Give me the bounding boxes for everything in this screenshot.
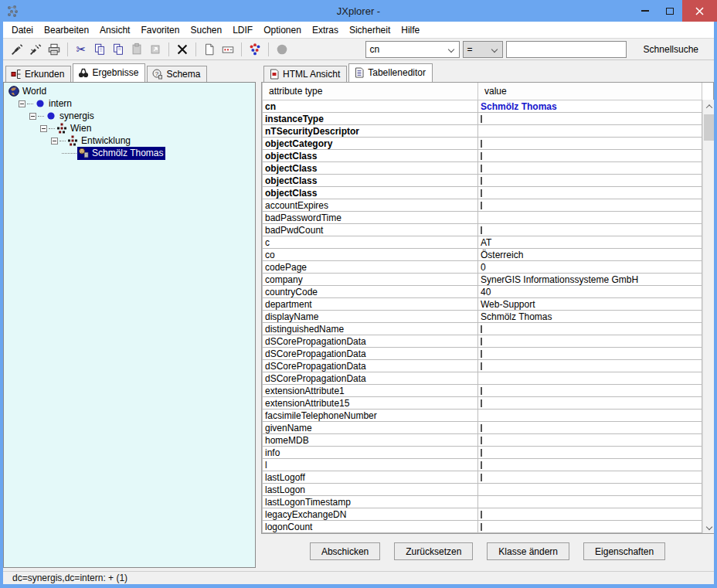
quick-search-button[interactable]: Schnellsuche <box>639 42 703 57</box>
scroll-down-icon[interactable] <box>703 520 714 533</box>
menu-item-bearbeiten[interactable]: Bearbeiten <box>39 23 94 37</box>
connect-icon[interactable] <box>8 41 26 58</box>
attribute-value-cell[interactable] <box>478 199 702 212</box>
attribute-value-cell[interactable]: AT <box>478 236 702 249</box>
menu-item-ldif[interactable]: LDIF <box>227 23 258 37</box>
menu-item-optionen[interactable]: Optionen <box>258 23 307 37</box>
attribute-value-cell[interactable] <box>478 138 702 150</box>
tree-node[interactable]: Schmölz Thomas <box>4 147 255 159</box>
quick-search-input[interactable] <box>506 41 627 58</box>
attribute-value-cell[interactable] <box>478 125 702 138</box>
change-class-button[interactable]: Klasse ändern <box>487 542 569 560</box>
tab-html-ansicht[interactable]: HTML Ansicht <box>263 66 347 82</box>
minimize-button[interactable] <box>633 0 658 22</box>
menu-item-datei[interactable]: Datei <box>6 23 39 37</box>
attribute-value-cell[interactable] <box>478 496 702 508</box>
attribute-value-cell[interactable]: Österreich <box>478 249 702 261</box>
attribute-value-cell[interactable] <box>478 385 702 397</box>
menu-item-sicherheit[interactable]: Sicherheit <box>344 23 396 37</box>
attribute-value-cell[interactable] <box>478 348 702 360</box>
tab-schema[interactable]: ? Schema <box>147 66 207 82</box>
paste-icon[interactable] <box>127 41 146 58</box>
attribute-row: objectClass <box>263 187 702 199</box>
attribute-value-cell[interactable] <box>478 434 702 447</box>
attribute-value-cell[interactable] <box>478 521 702 533</box>
column-header-attribute-type[interactable]: attribute type <box>263 83 478 100</box>
attribute-row: codePage0 <box>263 261 702 274</box>
tree-node[interactable]: intern <box>4 97 255 110</box>
tab-erkunden[interactable]: Erkunden <box>5 66 71 82</box>
attribute-value-cell[interactable] <box>478 447 702 459</box>
tree-expander-icon[interactable] <box>51 138 58 144</box>
maximize-button[interactable] <box>658 0 682 22</box>
attribute-value-cell[interactable] <box>478 372 702 385</box>
tree-node[interactable]: synergis <box>4 110 255 122</box>
menu-item-hilfe[interactable]: Hilfe <box>396 23 425 37</box>
attribute-value-cell[interactable] <box>478 187 702 199</box>
attribute-value-cell[interactable] <box>478 162 702 175</box>
disconnect-icon[interactable] <box>26 41 45 58</box>
attribute-type-cell: facsimileTelephoneNumber <box>263 410 478 422</box>
tree-node[interactable]: Wien <box>4 122 255 134</box>
attribute-type-cell: nTSecurityDescriptor <box>263 125 478 138</box>
menu-item-favoriten[interactable]: Favoriten <box>135 23 185 37</box>
tree-expander-icon[interactable] <box>29 113 36 120</box>
attribute-value-cell[interactable]: 40 <box>478 286 702 298</box>
menu-item-suchen[interactable]: Suchen <box>185 23 227 37</box>
attribute-type-cell: badPasswordTime <box>263 212 478 224</box>
print-icon[interactable] <box>45 41 63 58</box>
tree-expander-icon[interactable] <box>40 125 47 132</box>
cut-icon[interactable]: ✂ <box>72 41 90 58</box>
attribute-value-cell[interactable] <box>478 323 702 335</box>
submit-button[interactable]: Abschicken <box>310 542 380 560</box>
rename-icon[interactable] <box>219 41 237 58</box>
attribute-value-cell[interactable]: Schmölz Thomas <box>478 100 702 113</box>
attribute-value-cell[interactable] <box>478 175 702 187</box>
attribute-value-cell[interactable]: Web-Support <box>478 298 702 311</box>
copy-icon[interactable] <box>90 41 109 58</box>
stop-icon[interactable] <box>273 41 291 58</box>
new-entry-icon[interactable] <box>200 41 219 58</box>
menu-item-ansicht[interactable]: Ansicht <box>94 23 135 37</box>
attribute-value-cell[interactable] <box>478 508 702 521</box>
properties-button[interactable]: Eigenschaften <box>583 542 665 560</box>
reset-button[interactable]: Zurücksetzen <box>394 542 473 560</box>
close-button[interactable] <box>682 0 717 22</box>
tree-node[interactable]: World <box>4 85 255 97</box>
tree-node-label: World <box>22 86 46 97</box>
tree-expander-icon[interactable] <box>19 100 25 107</box>
attribute-value-cell[interactable]: SynerGIS Informationssysteme GmbH <box>478 274 702 286</box>
tree-connector <box>59 141 66 141</box>
search-operator-select[interactable]: = <box>463 41 503 58</box>
scroll-up-icon[interactable] <box>703 100 714 113</box>
attribute-value-cell[interactable] <box>478 410 702 422</box>
attribute-value-cell[interactable]: 0 <box>478 261 702 274</box>
attribute-value-cell[interactable] <box>478 422 702 434</box>
attribute-value-cell[interactable] <box>478 471 702 484</box>
column-header-value[interactable]: value <box>478 83 702 100</box>
scrollbar-thumb[interactable] <box>704 114 714 141</box>
table-scrollbar[interactable] <box>702 100 714 533</box>
attribute-value-cell[interactable] <box>478 212 702 224</box>
search-attribute-select[interactable]: cn <box>365 41 460 58</box>
tab-ergebnisse[interactable]: Ergebnisse <box>73 63 145 82</box>
jxplorer-logo-icon[interactable] <box>246 41 264 58</box>
attribute-value-cell[interactable] <box>478 484 702 496</box>
attribute-value-cell[interactable] <box>478 113 702 125</box>
tab-tabelleneditor[interactable]: Tabelleneditor <box>348 63 433 82</box>
attribute-value-cell[interactable] <box>478 150 702 162</box>
attribute-value-cell[interactable] <box>478 224 702 236</box>
attribute-value-cell[interactable]: Schmölz Thomas <box>478 311 702 323</box>
paste-alias-icon[interactable] <box>146 41 165 58</box>
attribute-value-cell[interactable] <box>478 335 702 348</box>
tree-node[interactable]: Entwicklung <box>4 134 255 147</box>
attribute-value-cell[interactable] <box>478 397 702 410</box>
panel-splitter[interactable] <box>256 60 261 571</box>
delete-icon[interactable] <box>173 41 192 58</box>
menu-item-extras[interactable]: Extras <box>307 23 344 37</box>
attribute-value-cell[interactable] <box>478 459 702 471</box>
toolbar-separator <box>168 42 169 56</box>
attribute-type-cell: codePage <box>263 261 478 274</box>
copy-dn-icon[interactable] <box>109 41 127 58</box>
attribute-value-cell[interactable] <box>478 360 702 372</box>
